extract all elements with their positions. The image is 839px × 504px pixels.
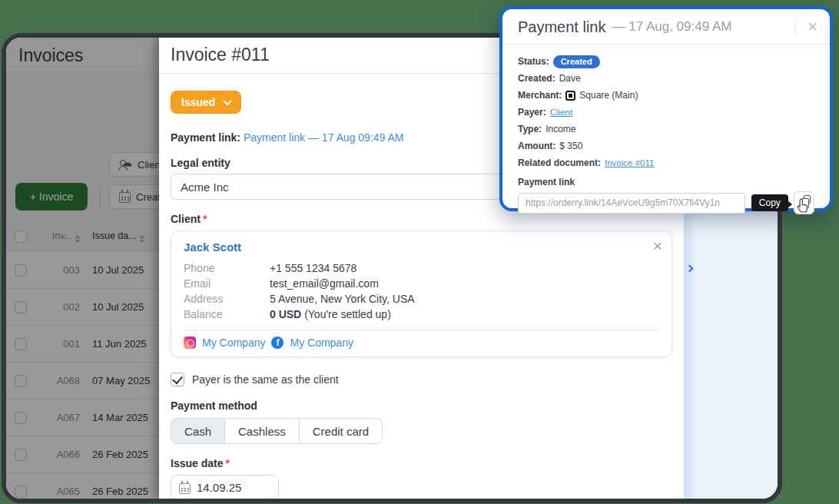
payer-label: Payer: — [518, 107, 546, 118]
facebook-icon: f — [271, 337, 284, 349]
invoices-list-pane: Invoices Client + Invoice Created Inv...… — [6, 38, 159, 499]
payer-same-label: Payer is the same as the client — [192, 373, 339, 386]
popup-body: Status: Created Created: Dave Merchant: … — [502, 45, 830, 214]
phone-label: Phone — [184, 260, 270, 276]
required-mark: * — [203, 213, 207, 225]
address-label: Address — [184, 291, 270, 307]
type-label: Type: — [518, 124, 542, 134]
close-icon[interactable]: × — [794, 17, 830, 37]
chevron-down-icon — [224, 97, 232, 105]
created-row: Created: Dave — [518, 70, 814, 87]
client-card: Jack Scott × Phone +1 555 1234 5678 Emai… — [171, 230, 672, 357]
issue-date-input[interactable]: 14.09.25 — [171, 475, 279, 500]
remove-client-icon[interactable]: × — [653, 237, 662, 254]
payment-link-popup: Payment link — 17 Aug, 09:49 AM × Status… — [499, 6, 833, 211]
status-badge: Created — [553, 55, 600, 68]
payment-link-link[interactable]: Payment link — 17 Aug 09:49 AM — [244, 131, 404, 144]
created-label: Created: — [518, 73, 555, 84]
payer-link[interactable]: Client — [550, 108, 572, 117]
payment-method-cashless[interactable]: Cashless — [225, 418, 300, 444]
payment-method-segmented: Cash Cashless Credit card — [171, 418, 383, 444]
merchant-label: Merchant: — [518, 90, 562, 101]
client-label: Client* — [171, 213, 672, 225]
client-info-grid: Phone +1 555 1234 5678 Email test_email@… — [184, 260, 659, 322]
calendar-icon — [179, 483, 191, 494]
payment-link-field-label: Payment link — [518, 177, 814, 187]
related-document-link[interactable]: Invoice #011 — [605, 158, 654, 167]
email-value: test_email@gmail.com — [270, 276, 659, 291]
email-label: Email — [184, 276, 270, 291]
popup-title: Payment link — [518, 18, 606, 36]
instagram-link[interactable]: My Company — [202, 337, 265, 349]
merchant-row: Merchant: Square (Main) — [518, 87, 814, 104]
merchant-value: Square (Main) — [579, 90, 638, 101]
amount-value: $ 350 — [559, 141, 582, 151]
modal-dim-overlay — [6, 38, 159, 499]
type-row: Type: Income — [518, 121, 814, 138]
payment-link-url-input[interactable] — [518, 193, 745, 214]
status-label: Status: — [518, 56, 549, 67]
popup-subtitle: — 17 Aug, 09:49 AM — [612, 19, 732, 35]
payment-method-cash[interactable]: Cash — [171, 418, 225, 444]
phone-value: +1 555 1234 5678 — [270, 260, 659, 276]
payer-same-checkbox[interactable] — [171, 373, 184, 386]
address-value: 5 Avenue, New York City, USA — [270, 291, 659, 307]
balance-value: 0 USD (You're settled up) — [270, 307, 659, 322]
issue-date-label: Issue date* — [171, 457, 672, 469]
chevron-right-icon — [685, 264, 693, 272]
issue-date-value: 14.09.25 — [197, 481, 241, 494]
created-value: Dave — [559, 73, 581, 84]
client-name-link[interactable]: Jack Scott — [184, 240, 241, 254]
copy-tooltip: Copy — [751, 194, 788, 211]
related-document-label: Related document: — [518, 158, 601, 168]
payment-link-label: Payment link: — [171, 131, 240, 144]
popup-header: Payment link — 17 Aug, 09:49 AM × — [502, 9, 830, 45]
divider — [184, 330, 659, 330]
balance-label: Balance — [184, 307, 270, 322]
status-row: Status: Created — [518, 53, 814, 70]
required-mark: * — [225, 457, 229, 469]
legal-entity-value: Acme Inc — [181, 181, 229, 194]
payment-link-field-row: Copy — [518, 191, 814, 214]
status-label: Issued — [181, 96, 215, 108]
client-social-row: My Company f My Company — [184, 337, 659, 349]
invoice-status-dropdown[interactable]: Issued — [171, 91, 241, 114]
payer-same-row: Payer is the same as the client — [171, 373, 672, 386]
hand-cursor-icon — [796, 199, 808, 213]
type-value: Income — [546, 124, 575, 134]
amount-label: Amount: — [518, 141, 555, 151]
square-merchant-icon — [565, 91, 575, 101]
payment-method-credit-card[interactable]: Credit card — [300, 418, 383, 444]
related-document-row: Related document: Invoice #011 — [518, 154, 814, 171]
amount-row: Amount: $ 350 — [518, 138, 814, 154]
payer-row: Payer: Client — [518, 104, 814, 121]
copy-button[interactable] — [794, 191, 814, 214]
instagram-icon — [184, 337, 196, 349]
facebook-link[interactable]: My Company — [290, 337, 353, 349]
payment-method-label: Payment method — [171, 400, 672, 412]
